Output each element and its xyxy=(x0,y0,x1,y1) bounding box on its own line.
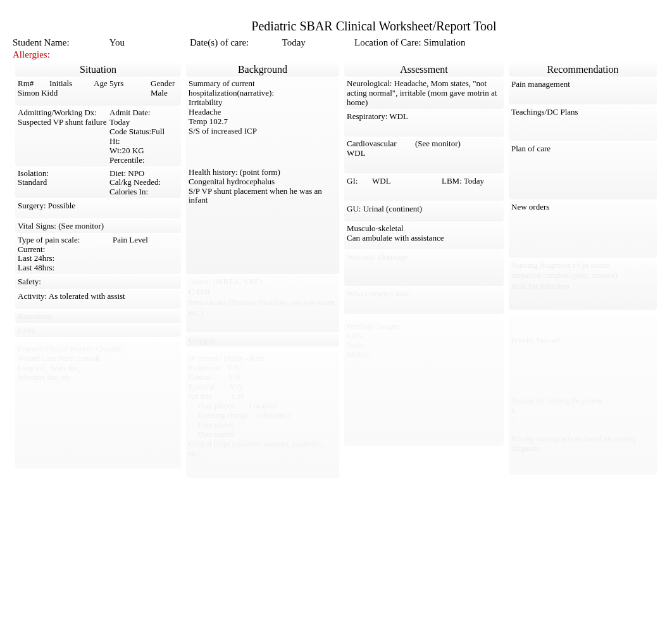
activity-row: Activity: As tolerated with assist xyxy=(15,290,181,309)
percentile-label: Percentile: xyxy=(109,156,178,165)
resp-row: Respiratory: WDL xyxy=(344,110,504,137)
resp-value: WDL xyxy=(389,111,408,121)
gi-row-cell: GI: WDL LBM: Today xyxy=(344,175,504,201)
dates-value: Today xyxy=(282,37,306,47)
admit-dx-value: Suspected VP shunt failure xyxy=(18,118,109,127)
initials-label: Initials xyxy=(49,79,94,89)
iv-faded: IV access / Fluids – Rate Peripheral Y/N… xyxy=(186,351,339,478)
musculo-value: Can ambulate with assistance xyxy=(347,234,501,243)
restraints-faded: Restraints: xyxy=(15,310,181,323)
safety-row: Safety: xyxy=(15,275,181,288)
reason-visit-faded: Reason for visiting the patient 1. 2. Pr… xyxy=(511,396,654,453)
gu-label: GU: xyxy=(347,204,361,213)
summary-line-1: Headache xyxy=(189,108,337,117)
summary-line-3: S/S of increased ICP xyxy=(189,127,337,136)
gu-value: Urinal (continent) xyxy=(363,204,423,213)
pain-level-label: Pain Level xyxy=(113,236,148,245)
vitals-label: Vital Signs: xyxy=(18,221,56,230)
surgery-row: Surgery: Possible xyxy=(15,199,181,218)
gi-value: WDL xyxy=(372,176,442,186)
cardio-row: Cardiovascular (See monitor) WDL xyxy=(344,138,504,173)
gender-value: Male xyxy=(151,89,168,98)
summary-cell: Summary of current hospitalization(narra… xyxy=(186,78,339,274)
ht-label: Ht: xyxy=(109,137,178,146)
gi-label: GI: xyxy=(347,176,372,186)
code-status-label: Code Status: xyxy=(109,127,151,136)
lbm-value: Today xyxy=(464,176,484,186)
wounds-faded: Wounds/ Drainage xyxy=(344,251,504,286)
resp-label: Respiratory: xyxy=(347,111,387,121)
nursing-dx-faded: Nursing diagnosis r/t pt status Impaired… xyxy=(509,259,657,310)
code-status-value: Full xyxy=(151,127,165,136)
pain-type-label: Type of pain scale: xyxy=(18,236,113,245)
musculo-label: Musculo-skeletal xyxy=(347,224,501,234)
health-hx-1: S/P VP shunt placement when he was an in… xyxy=(189,187,337,206)
activity-value: As tolerated with assist xyxy=(49,291,125,301)
calkg-label: Cal/kg Needed: xyxy=(109,178,178,187)
psych-faded: Who consents now xyxy=(344,287,504,314)
dates-label: Date(s) of care: xyxy=(190,37,249,47)
neuro-label: Neurological: xyxy=(347,79,392,88)
oxygen-faded: Oxygen: xyxy=(186,334,339,346)
header-row: Student Name: You Date(s) of care: Today… xyxy=(13,37,659,48)
cardio-label: Cardiovascular xyxy=(347,139,410,149)
gender-label: Gender xyxy=(151,79,178,89)
admit-dx-label: Admitting/Working Dx: xyxy=(18,108,109,118)
rm-label: Rm# xyxy=(18,79,49,89)
cardio-note: (See monitor) xyxy=(410,139,501,149)
diet-label: Diet: xyxy=(109,168,126,178)
initials-value: Simon Kidd xyxy=(18,89,151,98)
falls-faded: Falls: xyxy=(15,324,181,337)
age-label: Age xyxy=(94,79,108,89)
assessment-header: Assessment xyxy=(344,63,504,77)
recommendation-header: Recommendation xyxy=(509,63,657,77)
alerts-faded: Alerts: (MRSA, VRE) C-Diff Precautions (… xyxy=(186,275,339,332)
student-name-label: Student Name: xyxy=(13,37,70,47)
teach-row: Teachings/DC Plans xyxy=(509,106,657,141)
priority-faded: Priority Patient? Reason for visiting th… xyxy=(509,315,657,475)
surgery-value: Possible xyxy=(48,201,75,210)
wt-value: 20 KG xyxy=(122,146,144,155)
assessment-column: Assessment Neurological: Headache, Mom s… xyxy=(342,63,506,478)
background-column: Background Summary of current hospitaliz… xyxy=(184,63,342,478)
priority-patient-faded: Priority Patient? xyxy=(511,336,654,346)
orders-row: New orders xyxy=(509,201,657,258)
pain-24-label: Last 24hrs: xyxy=(18,254,178,263)
admit-date-value: Today xyxy=(109,118,178,127)
background-header: Background xyxy=(186,63,339,77)
consults-faded: Consults (Social Worker/ Chaplin) Wound … xyxy=(15,342,181,469)
activity-label: Activity: xyxy=(18,291,47,301)
pain-row: Type of pain scale: Pain Level Current: … xyxy=(15,234,181,275)
allergies-label: Allergies: xyxy=(13,49,659,60)
health-hx-0: Congenital hydrocephalus xyxy=(189,177,337,187)
isolation-label: Isolation: xyxy=(18,169,109,179)
vitals-row: Vital Signs: (See monitor) xyxy=(15,220,181,232)
isolation-diet-row: Isolation: Standard Diet: NPO Cal/kg Nee… xyxy=(15,168,181,199)
student-name-value: You xyxy=(109,37,125,47)
location-value: Simulation xyxy=(424,37,466,47)
plan-row: Plan of care xyxy=(509,142,657,199)
summary-line-2: Temp 102.7 xyxy=(189,117,337,127)
pain-current-label: Current: xyxy=(18,245,178,255)
calin-label: Calories In: xyxy=(109,187,178,197)
patient-id-row: Rm# Initials Age 5yrs Gender Simon Kidd … xyxy=(15,78,181,106)
health-hx-label: Health history: (point form) xyxy=(189,168,337,177)
situation-column: Situation Rm# Initials Age 5yrs Gender S… xyxy=(13,63,184,478)
wt-label: Wt: xyxy=(109,146,122,155)
pending-faded: Pending/changes: Labs: Tests: Med(s): xyxy=(344,319,504,446)
isolation-value: Standard xyxy=(18,178,109,187)
summary-line-0: Irritability xyxy=(189,98,337,108)
admit-date-label: Admit Date: xyxy=(109,108,151,117)
page-title: Pediatric SBAR Clinical Worksheet/Report… xyxy=(13,19,659,34)
summary-label: Summary of current hospitalization(narra… xyxy=(189,79,337,98)
situation-header: Situation xyxy=(15,63,181,77)
sbar-grid: Situation Rm# Initials Age 5yrs Gender S… xyxy=(13,63,659,478)
recommendation-column: Recommendation Pain management Teachings… xyxy=(506,63,659,478)
cardio-value: WDL xyxy=(347,149,501,158)
dx-admit-row: Admitting/Working Dx: Suspected VP shunt… xyxy=(15,107,181,167)
surgery-label: Surgery: xyxy=(18,201,46,210)
pain-mgmt-row: Pain management xyxy=(509,78,657,104)
location-label: Location of Care: xyxy=(354,37,421,47)
lbm-label: LBM: xyxy=(442,176,462,186)
musculo-row: Musculo-skeletal Can ambulate with assis… xyxy=(344,223,504,249)
